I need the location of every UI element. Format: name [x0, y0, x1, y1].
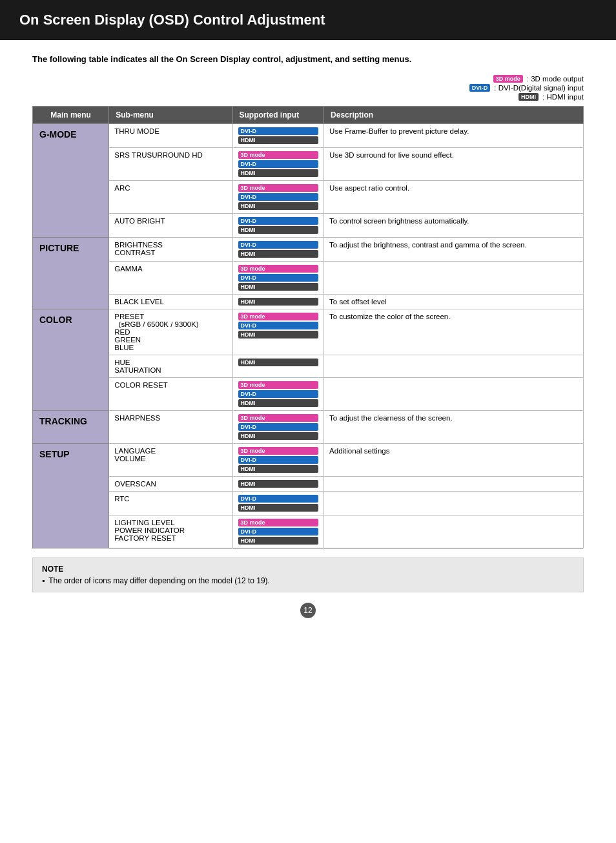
badge-3dmode: 3D mode [238, 447, 319, 455]
legend-row-dvid: DVI-D : DVI-D(Digital signal) input [469, 84, 584, 92]
desc-cell [324, 261, 584, 294]
input-cell: 3D modeDVI-DHDMI [232, 377, 324, 410]
legend: 3D mode : 3D mode output DVI-D : DVI-D(D… [32, 75, 584, 102]
table-row: LIGHTING LEVEL POWER INDICATOR FACTORY R… [33, 515, 584, 548]
col-header-sub: Sub-menu [109, 106, 232, 123]
legend-3dmode-text: : 3D mode output [527, 75, 584, 83]
main-menu-setup: SETUP [33, 443, 109, 548]
badge-hdmi: HDMI [238, 283, 319, 291]
note-text: The order of icons may differ depending … [48, 576, 270, 585]
desc-cell: Use Frame-Buffer to prevent picture dela… [324, 123, 584, 147]
sub-menu-cell: AUTO BRIGHT [109, 213, 232, 237]
badge-dvid: DVI-D [238, 495, 319, 503]
input-cell: 3D modeDVI-DHDMI [232, 443, 324, 476]
sub-menu-cell: SRS TRUSURROUND HD [109, 147, 232, 180]
badge-3dmode: 3D mode [238, 313, 319, 320]
badges-col: 3D modeDVI-DHDMI [238, 414, 319, 440]
desc-cell: To adjust the brightness, contrast and g… [324, 237, 584, 261]
desc-cell: Use 3D surround for live sound effect. [324, 147, 584, 180]
badges-col: 3D modeDVI-DHDMI [238, 381, 319, 407]
input-cell: HDMI [232, 294, 324, 309]
badges-col: DVI-DHDMI [238, 241, 319, 258]
sub-menu-cell: GAMMA [109, 261, 232, 294]
badge-hdmi: HDMI [238, 399, 319, 407]
badge-hdmi: HDMI [238, 504, 319, 512]
main-menu-color: COLOR [33, 309, 109, 410]
badge-hdmi: HDMI [238, 432, 319, 440]
desc-cell [324, 491, 584, 515]
page-header: On Screen Display (OSD) Control Adjustme… [0, 0, 616, 40]
badge-dvid: DVI-D [238, 390, 319, 398]
desc-cell: Use aspect ratio control. [324, 180, 584, 213]
badges-col: 3D modeDVI-DHDMI [238, 265, 319, 291]
table-row: ARC3D modeDVI-DHDMIUse aspect ratio cont… [33, 180, 584, 213]
content-area: The following table indicates all the On… [0, 40, 616, 638]
sub-menu-cell: SHARPNESS [109, 410, 232, 443]
page: On Screen Display (OSD) Control Adjustme… [0, 0, 616, 843]
table-row: COLOR RESET3D modeDVI-DHDMI [33, 377, 584, 410]
table-header-row: Main menu Sub-menu Supported input Descr… [33, 106, 584, 123]
sub-menu-cell: HUE SATURATION [109, 355, 232, 377]
badge-hdmi: HDMI [238, 136, 319, 144]
note-bullet: ▪ [42, 576, 45, 585]
desc-cell [324, 377, 584, 410]
sub-menu-cell: BRIGHTNESS CONTRAST [109, 237, 232, 261]
badges-col: 3D modeDVI-DHDMI [238, 151, 319, 177]
badge-3dmode: 3D mode [238, 519, 319, 526]
legend-dvid-text: : DVI-D(Digital signal) input [494, 84, 584, 92]
sub-menu-cell: THRU MODE [109, 123, 232, 147]
sub-menu-cell: PRESET (sRGB / 6500K / 9300K) RED GREEN … [109, 309, 232, 355]
table-row: PICTUREBRIGHTNESS CONTRASTDVI-DHDMITo ad… [33, 237, 584, 261]
sub-menu-cell: RTC [109, 491, 232, 515]
table-row: AUTO BRIGHTDVI-DHDMITo control screen br… [33, 213, 584, 237]
input-cell: 3D modeDVI-DHDMI [232, 309, 324, 355]
badge-dvid: DVI-D [238, 528, 319, 536]
page-title: On Screen Display (OSD) Control Adjustme… [19, 12, 325, 28]
note-section: NOTE ▪ The order of icons may differ dep… [32, 557, 584, 592]
desc-cell: To control screen brightness automatical… [324, 213, 584, 237]
table-row: BLACK LEVELHDMITo set offset level [33, 294, 584, 309]
col-header-input: Supported input [232, 106, 324, 123]
main-menu-tracking: TRACKING [33, 410, 109, 443]
input-cell: 3D modeDVI-DHDMI [232, 180, 324, 213]
badge-hdmi: HDMI [238, 226, 319, 234]
badge-dvid: DVI-D [469, 84, 491, 92]
badges-col: 3D modeDVI-DHDMI [238, 184, 319, 210]
badge-dvid: DVI-D [238, 423, 319, 431]
input-cell: DVI-DHDMI [232, 237, 324, 261]
badge-dvid: DVI-D [238, 127, 319, 135]
intro-text: The following table indicates all the On… [32, 53, 584, 66]
desc-cell: Additional settings [324, 443, 584, 476]
input-cell: DVI-DHDMI [232, 213, 324, 237]
page-number-area: 12 [32, 603, 584, 618]
badge-hdmi: HDMI [518, 93, 539, 101]
table-row: TRACKINGSHARPNESS3D modeDVI-DHDMITo adju… [33, 410, 584, 443]
badge-hdmi: HDMI [238, 202, 319, 210]
badge-hdmi: HDMI [238, 537, 319, 545]
badge-dvid: DVI-D [238, 217, 319, 225]
table-row: RTCDVI-DHDMI [33, 491, 584, 515]
badges-col: DVI-DHDMI [238, 217, 319, 234]
table-row: HUE SATURATIONHDMI [33, 355, 584, 377]
badge-3dmode: 3D mode [238, 184, 319, 192]
badge-hdmi: HDMI [238, 465, 319, 473]
note-title: NOTE [42, 565, 574, 574]
sub-menu-cell: BLACK LEVEL [109, 294, 232, 309]
table-row: GAMMA3D modeDVI-DHDMI [33, 261, 584, 294]
badge-3dmode: 3D mode [493, 75, 523, 83]
badge-dvid: DVI-D [238, 193, 319, 201]
badges-col: HDMI [238, 480, 319, 488]
badges-col: 3D modeDVI-DHDMI [238, 519, 319, 545]
input-cell: HDMI [232, 355, 324, 377]
sub-menu-cell: OVERSCAN [109, 476, 232, 491]
sub-menu-cell: LIGHTING LEVEL POWER INDICATOR FACTORY R… [109, 515, 232, 548]
table-row: SETUPLANGUAGE VOLUME3D modeDVI-DHDMIAddi… [33, 443, 584, 476]
page-number: 12 [300, 603, 316, 618]
badge-3dmode: 3D mode [238, 151, 319, 159]
sub-menu-cell: ARC [109, 180, 232, 213]
input-cell: HDMI [232, 476, 324, 491]
input-cell: 3D modeDVI-DHDMI [232, 261, 324, 294]
badge-hdmi: HDMI [238, 298, 319, 306]
desc-cell: To adjust the clearness of the screen. [324, 410, 584, 443]
legend-hdmi-text: : HDMI input [542, 93, 584, 101]
